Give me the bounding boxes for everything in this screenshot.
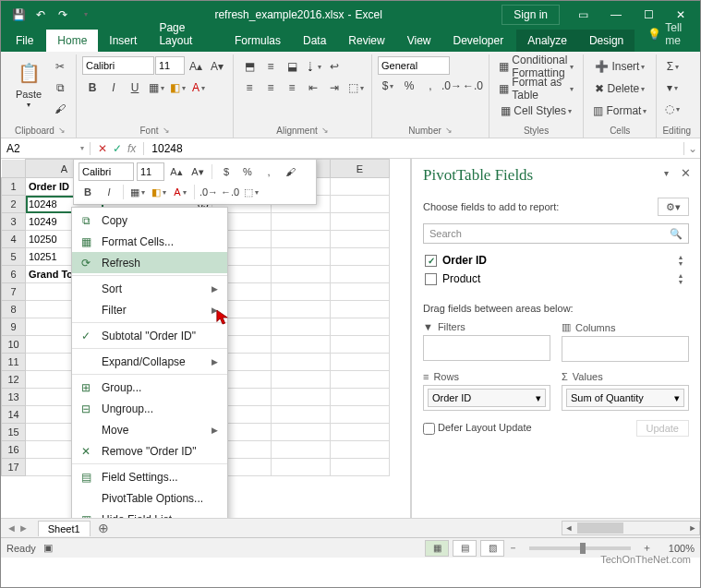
italic-icon[interactable]: I bbox=[103, 78, 124, 98]
cell[interactable] bbox=[331, 248, 390, 266]
merge-icon[interactable]: ⬚ bbox=[242, 183, 260, 201]
comma-icon[interactable]: , bbox=[260, 162, 278, 181]
menu-subtotal[interactable]: ✓Subtotal "Order ID" bbox=[72, 325, 227, 346]
row-header[interactable]: 17 bbox=[2, 459, 26, 476]
sheet-nav-next-icon[interactable]: ► bbox=[18, 522, 29, 534]
border-icon[interactable]: ▦ bbox=[146, 78, 166, 98]
fill-icon[interactable]: ▾ bbox=[662, 78, 683, 98]
cell-styles-button[interactable]: ▦ Cell Styles bbox=[495, 101, 577, 121]
zoom-in-icon[interactable]: ＋ bbox=[642, 541, 652, 555]
redo-icon[interactable]: ↷ bbox=[53, 5, 73, 25]
accounting-icon[interactable]: $ bbox=[217, 162, 236, 181]
cancel-icon[interactable]: ✕ bbox=[98, 142, 107, 155]
tab-developer[interactable]: Developer bbox=[442, 30, 515, 52]
cell[interactable] bbox=[331, 406, 390, 424]
cut-icon[interactable]: ✂ bbox=[50, 56, 70, 77]
font-name-input[interactable] bbox=[82, 56, 154, 75]
row-header[interactable]: 5 bbox=[2, 248, 26, 266]
menu-hide-field-list[interactable]: ▥Hide Field List bbox=[72, 509, 227, 518]
tab-insert[interactable]: Insert bbox=[98, 30, 148, 52]
conditional-formatting-button[interactable]: ▦ Conditional Formatting bbox=[495, 56, 577, 77]
fill-color-icon[interactable]: ◧ bbox=[150, 183, 168, 201]
cell[interactable] bbox=[272, 389, 331, 406]
undo-icon[interactable]: ↶ bbox=[30, 5, 51, 25]
view-page-break-icon[interactable]: ▧ bbox=[480, 540, 504, 557]
cell[interactable] bbox=[331, 178, 390, 196]
cell[interactable] bbox=[272, 336, 331, 354]
align-bottom-icon[interactable]: ⬓ bbox=[282, 56, 302, 77]
align-center-icon[interactable]: ≡ bbox=[260, 78, 281, 98]
row-header[interactable]: 10 bbox=[2, 336, 26, 354]
increase-indent-icon[interactable]: ⇥ bbox=[324, 78, 344, 98]
cell[interactable] bbox=[272, 301, 331, 318]
row-chip[interactable]: Order ID▾ bbox=[428, 389, 546, 407]
sheet-nav-prev-icon[interactable]: ◄ bbox=[6, 522, 17, 534]
tab-file[interactable]: File bbox=[5, 30, 46, 52]
cell[interactable] bbox=[331, 354, 390, 371]
cell[interactable] bbox=[272, 406, 331, 424]
italic-icon[interactable]: I bbox=[100, 183, 118, 201]
view-page-layout-icon[interactable]: ▤ bbox=[453, 540, 477, 557]
cell[interactable] bbox=[272, 371, 331, 389]
area-filters[interactable]: ▼Filters bbox=[423, 321, 550, 362]
minimize-icon[interactable]: — bbox=[599, 1, 633, 28]
value-chip[interactable]: Sum of Quantity▾ bbox=[566, 389, 684, 407]
zoom-slider[interactable] bbox=[529, 546, 631, 550]
row-header[interactable]: 16 bbox=[2, 441, 26, 459]
increase-decimal-icon[interactable]: .0→ bbox=[199, 183, 218, 201]
cell[interactable] bbox=[331, 389, 390, 406]
cell[interactable] bbox=[331, 424, 390, 441]
format-as-table-button[interactable]: ▦ Format as Table bbox=[495, 78, 577, 99]
font-color-icon[interactable]: A bbox=[188, 78, 209, 98]
fill-color-icon[interactable]: ◧ bbox=[167, 78, 187, 98]
row-header[interactable]: 6 bbox=[2, 266, 26, 283]
fx-icon[interactable]: fx bbox=[127, 142, 136, 155]
checkbox-icon[interactable] bbox=[425, 273, 437, 285]
pane-tools-button[interactable]: ⚙ ▾ bbox=[658, 198, 689, 216]
cell[interactable] bbox=[272, 318, 331, 336]
font-color-icon[interactable]: A bbox=[171, 183, 189, 201]
comma-icon[interactable]: , bbox=[420, 76, 441, 96]
row-header[interactable]: 2 bbox=[2, 196, 26, 213]
scroll-spinner-icon[interactable]: ▲▼ bbox=[674, 272, 687, 285]
cell[interactable] bbox=[331, 441, 390, 459]
save-icon[interactable]: 💾 bbox=[8, 5, 29, 25]
row-header[interactable]: 11 bbox=[2, 354, 26, 371]
field-product[interactable]: Product▲▼ bbox=[423, 270, 689, 288]
new-sheet-icon[interactable]: ⊕ bbox=[91, 521, 116, 535]
number-format-select[interactable] bbox=[378, 56, 450, 75]
row-header[interactable]: 3 bbox=[2, 213, 26, 231]
wrap-text-icon[interactable]: ↩ bbox=[324, 56, 344, 77]
increase-decimal-icon[interactable]: .0→ bbox=[441, 76, 462, 96]
border-icon[interactable]: ▦ bbox=[128, 183, 147, 201]
cell[interactable] bbox=[272, 213, 331, 231]
tab-design[interactable]: Design bbox=[578, 30, 635, 52]
menu-refresh[interactable]: ⟳Refresh bbox=[72, 252, 227, 273]
percent-icon[interactable]: % bbox=[238, 162, 257, 181]
checkbox-checked-icon[interactable] bbox=[425, 255, 437, 267]
zoom-level[interactable]: 100% bbox=[656, 543, 695, 554]
expand-formula-bar-icon[interactable]: ⌄ bbox=[683, 142, 700, 155]
cell[interactable] bbox=[272, 424, 331, 441]
orientation-icon[interactable]: ⭭ bbox=[303, 56, 323, 77]
menu-sort[interactable]: Sort▶ bbox=[72, 278, 227, 299]
delete-cells-button[interactable]: ✖ Delete bbox=[589, 78, 650, 99]
align-top-icon[interactable]: ⬒ bbox=[239, 56, 260, 77]
cell[interactable] bbox=[272, 283, 331, 301]
scroll-thumb[interactable] bbox=[577, 522, 623, 534]
cell[interactable] bbox=[272, 441, 331, 459]
macro-record-icon[interactable]: ▣ bbox=[43, 542, 53, 554]
percent-icon[interactable]: % bbox=[399, 76, 419, 96]
cell[interactable] bbox=[331, 318, 390, 336]
scroll-right-icon[interactable]: ► bbox=[686, 523, 699, 533]
update-button[interactable]: Update bbox=[636, 420, 689, 437]
dialog-launcher-icon[interactable]: ↘ bbox=[445, 126, 453, 135]
cell[interactable] bbox=[331, 231, 390, 248]
tab-home[interactable]: Home bbox=[46, 30, 98, 52]
cell[interactable] bbox=[272, 354, 331, 371]
row-header[interactable]: 14 bbox=[2, 406, 26, 424]
area-rows[interactable]: ≡Rows Order ID▾ bbox=[423, 371, 550, 411]
cell[interactable] bbox=[331, 213, 390, 231]
sign-in-button[interactable]: Sign in bbox=[502, 5, 560, 25]
row-header[interactable]: 7 bbox=[2, 283, 26, 301]
